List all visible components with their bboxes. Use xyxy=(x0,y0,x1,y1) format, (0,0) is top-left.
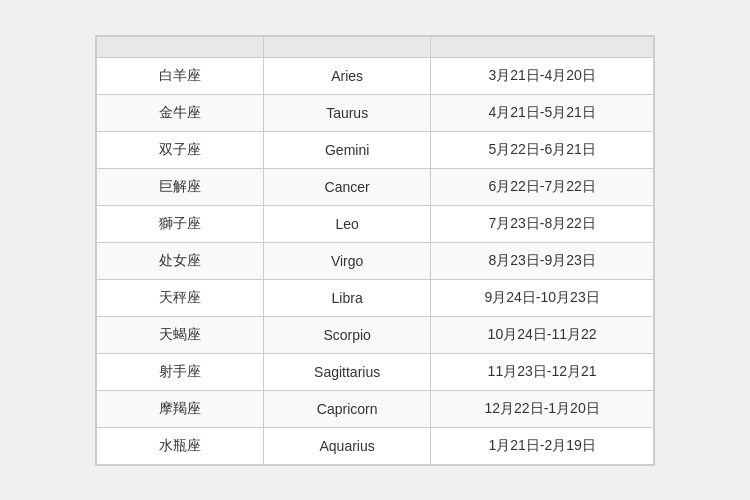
cell-english: Gemini xyxy=(264,131,431,168)
cell-dates: 6月22日-7月22日 xyxy=(431,168,654,205)
cell-english: Scorpio xyxy=(264,316,431,353)
cell-english: Capricorn xyxy=(264,390,431,427)
cell-dates: 12月22日-1月20日 xyxy=(431,390,654,427)
table-row: 獅子座Leo7月23日-8月22日 xyxy=(97,205,654,242)
cell-chinese: 射手座 xyxy=(97,353,264,390)
cell-english: Aquarius xyxy=(264,427,431,464)
cell-dates: 11月23日-12月21 xyxy=(431,353,654,390)
cell-english: Virgo xyxy=(264,242,431,279)
zodiac-table-container: 白羊座Aries3月21日-4月20日金牛座Taurus4月21日-5月21日双… xyxy=(95,35,655,466)
table-row: 处女座Virgo8月23日-9月23日 xyxy=(97,242,654,279)
cell-chinese: 处女座 xyxy=(97,242,264,279)
table-row: 双子座Gemini5月22日-6月21日 xyxy=(97,131,654,168)
cell-dates: 3月21日-4月20日 xyxy=(431,57,654,94)
header-chinese xyxy=(97,36,264,57)
cell-chinese: 摩羯座 xyxy=(97,390,264,427)
table-row: 白羊座Aries3月21日-4月20日 xyxy=(97,57,654,94)
cell-dates: 5月22日-6月21日 xyxy=(431,131,654,168)
table-header-row xyxy=(97,36,654,57)
table-row: 金牛座Taurus4月21日-5月21日 xyxy=(97,94,654,131)
cell-english: Leo xyxy=(264,205,431,242)
cell-english: Sagittarius xyxy=(264,353,431,390)
table-row: 水瓶座Aquarius1月21日-2月19日 xyxy=(97,427,654,464)
cell-dates: 4月21日-5月21日 xyxy=(431,94,654,131)
table-row: 天秤座Libra9月24日-10月23日 xyxy=(97,279,654,316)
zodiac-table: 白羊座Aries3月21日-4月20日金牛座Taurus4月21日-5月21日双… xyxy=(96,36,654,465)
cell-english: Cancer xyxy=(264,168,431,205)
cell-chinese: 天蝎座 xyxy=(97,316,264,353)
cell-dates: 9月24日-10月23日 xyxy=(431,279,654,316)
cell-chinese: 白羊座 xyxy=(97,57,264,94)
cell-dates: 8月23日-9月23日 xyxy=(431,242,654,279)
cell-dates: 10月24日-11月22 xyxy=(431,316,654,353)
cell-chinese: 巨解座 xyxy=(97,168,264,205)
cell-english: Aries xyxy=(264,57,431,94)
header-english xyxy=(264,36,431,57)
cell-chinese: 双子座 xyxy=(97,131,264,168)
table-row: 巨解座Cancer6月22日-7月22日 xyxy=(97,168,654,205)
table-row: 摩羯座Capricorn12月22日-1月20日 xyxy=(97,390,654,427)
cell-chinese: 水瓶座 xyxy=(97,427,264,464)
cell-english: Taurus xyxy=(264,94,431,131)
table-row: 天蝎座Scorpio10月24日-11月22 xyxy=(97,316,654,353)
cell-chinese: 獅子座 xyxy=(97,205,264,242)
header-dates xyxy=(431,36,654,57)
cell-dates: 7月23日-8月22日 xyxy=(431,205,654,242)
table-row: 射手座Sagittarius11月23日-12月21 xyxy=(97,353,654,390)
cell-chinese: 天秤座 xyxy=(97,279,264,316)
cell-dates: 1月21日-2月19日 xyxy=(431,427,654,464)
cell-english: Libra xyxy=(264,279,431,316)
cell-chinese: 金牛座 xyxy=(97,94,264,131)
